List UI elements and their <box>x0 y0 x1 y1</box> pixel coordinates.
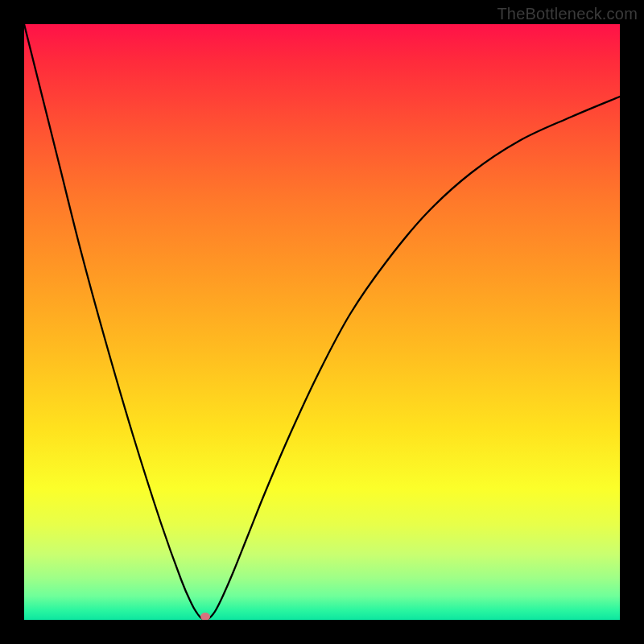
plot-area <box>24 24 620 620</box>
minimum-marker <box>200 613 210 620</box>
curve-svg <box>24 24 620 620</box>
chart-frame: TheBottleneck.com <box>0 0 644 644</box>
bottleneck-curve <box>24 24 620 620</box>
attribution-label: TheBottleneck.com <box>497 5 638 23</box>
